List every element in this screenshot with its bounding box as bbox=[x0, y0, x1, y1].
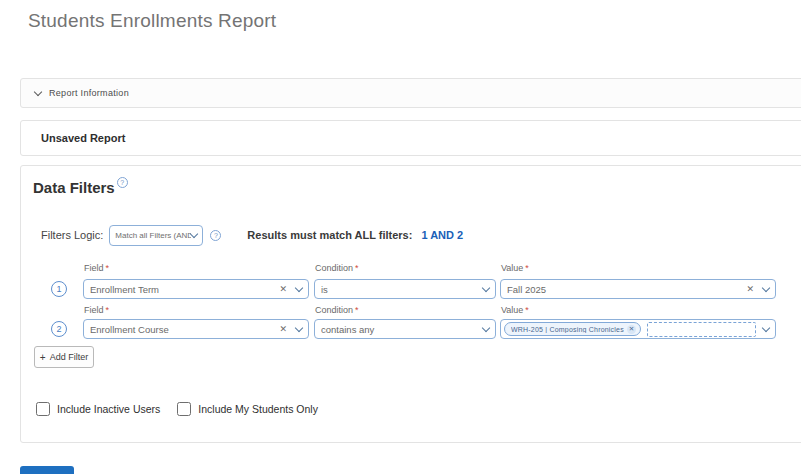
filters-logic-select[interactable]: Match all Filters (AND) bbox=[109, 225, 203, 246]
add-filter-label: Add Filter bbox=[50, 352, 89, 362]
report-information-label: Report Information bbox=[49, 88, 129, 98]
chevron-down-icon bbox=[295, 283, 303, 291]
value-select[interactable]: Fall 2025 ✕ bbox=[500, 279, 776, 299]
options-row: Include Inactive Users Include My Studen… bbox=[36, 402, 318, 416]
clear-icon[interactable]: ✕ bbox=[746, 284, 754, 294]
include-my-students-only-checkbox[interactable] bbox=[177, 402, 191, 416]
chevron-down-icon bbox=[34, 88, 42, 96]
filters-logic-row: Filters Logic: Match all Filters (AND) ?… bbox=[41, 224, 463, 246]
chevron-down-icon bbox=[295, 323, 303, 331]
value-column-label: Value* bbox=[501, 263, 529, 273]
chevron-down-icon bbox=[762, 283, 770, 291]
condition-select[interactable]: contains any bbox=[314, 319, 496, 339]
plus-icon: + bbox=[40, 352, 46, 363]
chip-remove-icon[interactable]: ✕ bbox=[627, 325, 636, 334]
field-select[interactable]: Enrollment Term ✕ bbox=[83, 279, 309, 299]
condition-column-label: Condition* bbox=[315, 305, 359, 315]
checkbox-label: Include My Students Only bbox=[198, 403, 318, 415]
data-filters-panel: Data Filters? Filters Logic: Match all F… bbox=[20, 165, 801, 443]
report-information-header[interactable]: Report Information bbox=[20, 78, 801, 108]
add-filter-button[interactable]: + Add Filter bbox=[34, 346, 94, 368]
help-icon[interactable]: ? bbox=[117, 177, 128, 188]
page: Students Enrollments Report Report Infor… bbox=[0, 0, 801, 474]
include-inactive-users-checkbox[interactable] bbox=[36, 402, 50, 416]
filter-logic-expression: 1 AND 2 bbox=[421, 229, 463, 241]
clear-icon[interactable]: ✕ bbox=[279, 324, 287, 334]
help-icon[interactable]: ? bbox=[210, 230, 221, 241]
required-asterisk: * bbox=[355, 305, 359, 315]
condition-column-label: Condition* bbox=[315, 263, 359, 273]
run-report-button[interactable] bbox=[20, 466, 74, 474]
chevron-down-icon bbox=[762, 323, 770, 331]
field-column-label: Field* bbox=[84, 263, 109, 273]
required-asterisk: * bbox=[355, 263, 359, 273]
page-title: Students Enrollments Report bbox=[28, 10, 276, 32]
field-column-label: Field* bbox=[84, 305, 109, 315]
value-multiselect[interactable]: WRH-205 | Composing Chronicles ✕ bbox=[500, 319, 776, 339]
required-asterisk: * bbox=[525, 263, 529, 273]
chevron-down-icon bbox=[190, 229, 198, 237]
selected-value-chip[interactable]: WRH-205 | Composing Chronicles ✕ bbox=[504, 322, 641, 336]
unsaved-report-bar: Unsaved Report bbox=[20, 120, 801, 156]
value-input[interactable] bbox=[647, 322, 756, 337]
chevron-down-icon bbox=[482, 283, 490, 291]
unsaved-report-label: Unsaved Report bbox=[41, 132, 125, 144]
clear-icon[interactable]: ✕ bbox=[279, 284, 287, 294]
filters-logic-label: Filters Logic: bbox=[41, 229, 103, 241]
condition-select[interactable]: is bbox=[314, 279, 496, 299]
value-column-label: Value* bbox=[501, 305, 529, 315]
filter-number-badge: 1 bbox=[51, 281, 67, 297]
required-asterisk: * bbox=[106, 263, 110, 273]
filters-logic-value: Match all Filters (AND) bbox=[115, 231, 191, 240]
required-asterisk: * bbox=[106, 305, 110, 315]
required-asterisk: * bbox=[525, 305, 529, 315]
checkbox-label: Include Inactive Users bbox=[57, 403, 160, 415]
filter-number-badge: 2 bbox=[51, 321, 67, 337]
data-filters-title: Data Filters bbox=[33, 179, 115, 196]
results-must-match-text: Results must match ALL filters: bbox=[247, 229, 412, 241]
field-select[interactable]: Enrollment Course ✕ bbox=[83, 319, 309, 339]
chevron-down-icon bbox=[482, 323, 490, 331]
